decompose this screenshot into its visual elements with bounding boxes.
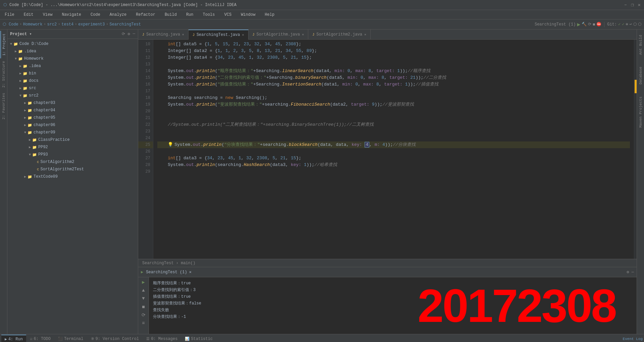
title-bar: ⬡ Code [D:\Code] - ...\Homework\src2\tes… bbox=[0, 0, 644, 10]
run-stop-btn[interactable]: ◼ bbox=[141, 303, 145, 310]
bottom-tab-statistic[interactable]: 📊 Statistic bbox=[181, 335, 216, 342]
breadcrumb-homework[interactable]: Homework bbox=[23, 22, 43, 27]
run-tab-icon: ▶ bbox=[5, 337, 7, 341]
run-rerun-btn[interactable]: ⟳ bbox=[141, 311, 146, 319]
menu-item-analyze[interactable]: Analyze bbox=[108, 12, 128, 18]
vtab-project[interactable]: 1: Project bbox=[0, 31, 7, 58]
tree-item-pp93[interactable]: ▼ 📁 PP93 bbox=[7, 151, 138, 158]
tree-item-chapter04[interactable]: ▶ 📁 chapter04 bbox=[7, 107, 138, 114]
bottom-tab-terminal[interactable]: ⬛ Terminal bbox=[55, 335, 87, 342]
tree-item-chapter05[interactable]: ▶ 📁 chapter05 bbox=[7, 114, 138, 121]
tree-item-sortalgorithm2[interactable]: c SortAlgorithm2 bbox=[7, 158, 138, 166]
bottom-tab-vcs[interactable]: ⑨ 9: Version Control bbox=[88, 335, 143, 342]
vtab-structure[interactable]: 2: Structure bbox=[1, 58, 7, 90]
menu-item-window[interactable]: Window bbox=[239, 12, 257, 18]
tree-item-pp92[interactable]: ▶ 📁 PP92 bbox=[7, 144, 138, 151]
tree-item-code[interactable]: ▼ 📁 Code D:\Code bbox=[7, 40, 138, 48]
right-label-maven[interactable]: Maven Projects bbox=[637, 94, 644, 130]
sidebar-gear-icon[interactable]: ⚙ bbox=[128, 32, 130, 37]
tab-searching[interactable]: J Searching.java ✕ bbox=[138, 30, 189, 40]
menu-item-code[interactable]: Code bbox=[89, 12, 102, 18]
bottom-tab-messages[interactable]: ☰ 0: Messages bbox=[143, 335, 181, 342]
tree-item-idea[interactable]: ▶ 📁 .idea bbox=[7, 48, 138, 55]
left-panel: 1: Project 2: Structure 2: Favorites Pro… bbox=[0, 30, 138, 334]
tree-item-chapter03[interactable]: ▶ 📁 chapter03 bbox=[7, 99, 138, 107]
run-toolbar: ▶ ▲ ▼ ◼ ⟳ ≡ bbox=[138, 277, 149, 334]
run-play-btn[interactable]: ▶ bbox=[141, 279, 145, 286]
run-title-close[interactable]: ✕ bbox=[189, 270, 192, 275]
breadcrumb-searchingtest[interactable]: SearchingTest bbox=[110, 22, 141, 27]
menu-item-help[interactable]: Help bbox=[263, 12, 276, 18]
code-line-15: System.out.println("二分查找到的索引值："+Searchin… bbox=[157, 74, 630, 81]
menu-item-view[interactable]: View bbox=[41, 12, 55, 18]
breadcrumb-test4[interactable]: test4 bbox=[61, 22, 73, 27]
tree-item-idea2[interactable]: ▶ 📁 .idea bbox=[7, 62, 138, 70]
sidebar-collapse-icon[interactable]: — bbox=[133, 32, 135, 37]
sidebar-sync-icon[interactable]: ⟳ bbox=[122, 32, 125, 37]
tab-searchingtest[interactable]: J SearchingTest.java ✕ bbox=[189, 30, 249, 40]
minimize-run-icon[interactable]: — bbox=[632, 270, 634, 275]
app-icon: ⬡ bbox=[3, 2, 7, 7]
menu-item-file[interactable]: File bbox=[3, 12, 16, 18]
code-editor[interactable]: 10 11 12 13 14 15 16 17 18 19 20 21 22 2… bbox=[138, 40, 637, 259]
run-icon[interactable]: ▶ bbox=[577, 21, 580, 28]
close-button[interactable]: ✕ bbox=[638, 2, 641, 8]
breadcrumb-code[interactable]: Code bbox=[9, 22, 18, 27]
event-log-link[interactable]: Event Log bbox=[623, 337, 643, 341]
code-content[interactable]: int[] data5 = {1, 5, 15, 21, 23, 32, 34,… bbox=[153, 40, 634, 259]
toolbar-icon3[interactable]: ◼ bbox=[593, 22, 595, 27]
menu-item-build[interactable]: Build bbox=[163, 12, 179, 18]
tree-item-chapter06[interactable]: ▶ 📁 chapter06 bbox=[7, 121, 138, 129]
menu-item-edit[interactable]: Edit bbox=[22, 12, 36, 18]
maximize-button[interactable]: ❐ bbox=[631, 2, 634, 8]
minimize-button[interactable]: – bbox=[624, 2, 627, 8]
code-line-12: Integer[] data4 = {34, 23, 45, 1, 32, 23… bbox=[157, 54, 630, 61]
tree-item-homework[interactable]: ▼ 📁 Homework bbox=[7, 55, 138, 62]
tree-item-classpractice[interactable]: ▶ 📁 ClassPractice bbox=[7, 136, 138, 144]
menu-item-navigate[interactable]: Navigate bbox=[60, 12, 83, 18]
git-check1[interactable]: ✓ bbox=[618, 22, 621, 27]
menu-item-tools[interactable]: Tools bbox=[201, 12, 217, 18]
java-class-icon2: c bbox=[37, 167, 39, 171]
code-line-14: System.out.println("顺序查找结果："+Searching.l… bbox=[157, 68, 630, 74]
tree-item-src[interactable]: ▶ 📁 src bbox=[7, 84, 138, 92]
git-check2[interactable]: ✓ bbox=[622, 22, 624, 27]
tree-item-textcode09[interactable]: ▶ 📁 TextCode09 bbox=[7, 173, 138, 180]
right-label-ant[interactable]: Ant Build bbox=[637, 32, 644, 57]
tree-item-docs[interactable]: ▶ 📁 docs bbox=[7, 77, 138, 84]
tree-item-chapter09[interactable]: ▼ 📁 chapter09 bbox=[7, 129, 138, 136]
build-icon[interactable]: 🔨 bbox=[582, 22, 587, 27]
git-history[interactable]: ⊕ bbox=[626, 22, 628, 27]
git-undo[interactable]: ↩ bbox=[630, 22, 632, 27]
breadcrumb-src2[interactable]: src2 bbox=[47, 22, 57, 27]
tree-item-src2[interactable]: ▼ 📁 src2 bbox=[7, 92, 138, 99]
terminal-tab-icon: ⬛ bbox=[58, 337, 63, 341]
toolbar-icon2[interactable]: ⟳ bbox=[588, 22, 591, 27]
event-log-area: Event Log bbox=[623, 337, 643, 341]
toolbar-icon4[interactable]: ⛔ bbox=[596, 22, 601, 27]
menu-item-refactor[interactable]: Refactor bbox=[134, 12, 157, 18]
run-format-btn[interactable]: ≡ bbox=[141, 320, 145, 327]
tab-sortalgorithm[interactable]: J SortAlgorithm.java ✕ bbox=[249, 30, 309, 40]
code-line-16: System.out.println("插值查找结果："+Searching.I… bbox=[157, 81, 630, 88]
tree-item-sortalgorithm2test[interactable]: c SortAlgorithm2Test bbox=[7, 166, 138, 173]
git-icon2[interactable]: ⬡ bbox=[633, 22, 637, 27]
git-icon3[interactable]: ⬡ bbox=[638, 22, 641, 27]
run-up-btn[interactable]: ▲ bbox=[141, 287, 145, 294]
menu-item-vcs[interactable]: VCS bbox=[222, 12, 234, 18]
settings-icon[interactable]: ⚙ bbox=[627, 270, 629, 275]
folder-icon: 📁 bbox=[32, 138, 37, 142]
run-down-btn[interactable]: ▼ bbox=[141, 295, 145, 302]
folder-icon: 📁 bbox=[18, 57, 23, 61]
vtab-favorites[interactable]: 2: Favorites bbox=[1, 90, 7, 122]
bottom-tab-todo[interactable]: ☑ 6: TODO bbox=[27, 335, 54, 342]
bottom-tab-run[interactable]: ▶ 4: Run bbox=[1, 335, 26, 342]
tab-sortalgorithm2[interactable]: J SortAlgorithm2.java ✕ bbox=[308, 30, 371, 40]
editor-breadcrumb: SearchingTest › main() bbox=[138, 259, 637, 267]
breadcrumb-experiment3[interactable]: experiment3 bbox=[78, 22, 105, 27]
tree-item-bin[interactable]: ▶ 📁 bin bbox=[7, 70, 138, 77]
menu-item-run[interactable]: Run bbox=[184, 12, 196, 18]
git-label: Git: bbox=[607, 22, 617, 27]
code-line-21 bbox=[157, 115, 630, 121]
right-label-database[interactable]: Database bbox=[637, 64, 644, 87]
